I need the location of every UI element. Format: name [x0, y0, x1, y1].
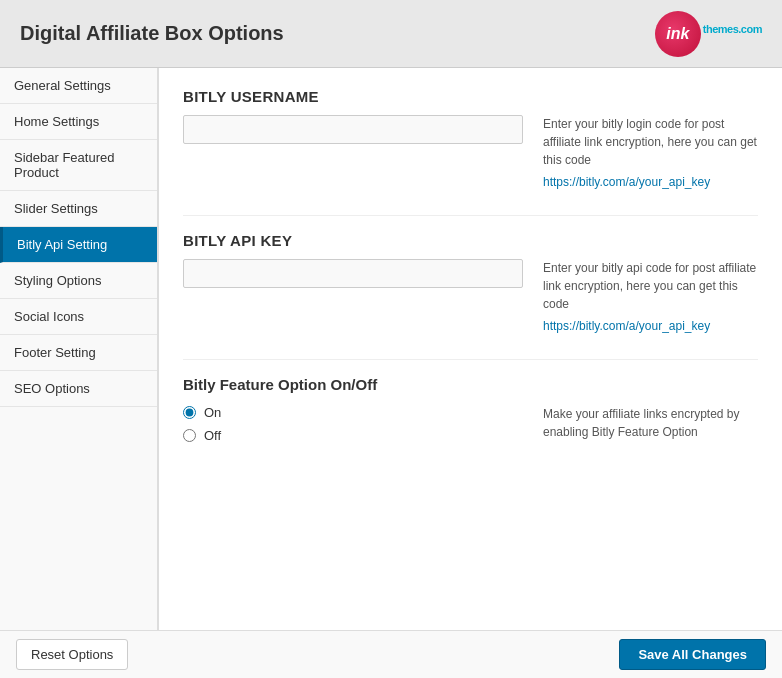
logo: ink themes.com — [655, 11, 762, 57]
bitly-api-key-link[interactable]: https://bitly.com/a/your_api_key — [543, 317, 758, 335]
bitly-api-key-desc: Enter your bitly api code for post affil… — [523, 259, 758, 335]
main-layout: General Settings Home Settings Sidebar F… — [0, 68, 782, 630]
sidebar-item-general-settings[interactable]: General Settings — [0, 68, 157, 104]
bitly-username-input-col — [183, 115, 523, 144]
logo-brand: themes — [703, 22, 739, 34]
bitly-username-desc-text: Enter your bitly login code for post aff… — [543, 117, 757, 167]
bitly-api-key-field-row: Enter your bitly api code for post affil… — [183, 259, 758, 335]
sidebar-item-social-icons[interactable]: Social Icons — [0, 299, 157, 335]
bitly-feature-off-label: Off — [204, 428, 221, 443]
bitly-username-field-row: Enter your bitly login code for post aff… — [183, 115, 758, 191]
bitly-feature-on-row: On — [183, 405, 523, 420]
sidebar-item-seo-options[interactable]: SEO Options — [0, 371, 157, 407]
page-title: Digital Affiliate Box Options — [20, 22, 284, 45]
bitly-username-input[interactable] — [183, 115, 523, 144]
footer: Reset Options Save All Changes — [0, 630, 782, 678]
content-area: BITLY USERNAME Enter your bitly login co… — [158, 68, 782, 630]
sidebar-item-styling-options[interactable]: Styling Options — [0, 263, 157, 299]
save-button[interactable]: Save All Changes — [619, 639, 766, 670]
sidebar-item-slider-settings[interactable]: Slider Settings — [0, 191, 157, 227]
logo-ink-text: ink — [666, 25, 689, 43]
bitly-feature-on-label: On — [204, 405, 221, 420]
bitly-api-key-title: BITLY API KEY — [183, 232, 758, 249]
bitly-feature-desc-text: Make your affiliate links encrypted by e… — [543, 407, 740, 439]
divider-1 — [183, 215, 758, 216]
logo-icon: ink — [655, 11, 701, 57]
sidebar: General Settings Home Settings Sidebar F… — [0, 68, 158, 630]
bitly-api-key-desc-text: Enter your bitly api code for post affil… — [543, 261, 756, 311]
bitly-api-key-input[interactable] — [183, 259, 523, 288]
reset-button[interactable]: Reset Options — [16, 639, 128, 670]
bitly-feature-off-row: Off — [183, 428, 523, 443]
bitly-feature-title: Bitly Feature Option On/Off — [183, 376, 758, 393]
divider-2 — [183, 359, 758, 360]
bitly-feature-desc: Make your affiliate links encrypted by e… — [523, 405, 758, 441]
bitly-feature-row: On Off Make your affiliate links encrypt… — [183, 405, 758, 451]
bitly-feature-on-radio[interactable] — [183, 406, 196, 419]
logo-suffix: .com — [738, 22, 762, 34]
bitly-feature-off-radio[interactable] — [183, 429, 196, 442]
sidebar-item-bitly-api-setting[interactable]: Bitly Api Setting — [0, 227, 157, 263]
logo-brand-text: themes.com — [703, 21, 762, 47]
bitly-username-link[interactable]: https://bitly.com/a/your_api_key — [543, 173, 758, 191]
sidebar-item-home-settings[interactable]: Home Settings — [0, 104, 157, 140]
sidebar-item-footer-setting[interactable]: Footer Setting — [0, 335, 157, 371]
bitly-feature-options: On Off — [183, 405, 523, 451]
header: Digital Affiliate Box Options ink themes… — [0, 0, 782, 68]
sidebar-item-sidebar-featured-product[interactable]: Sidebar Featured Product — [0, 140, 157, 191]
bitly-username-desc: Enter your bitly login code for post aff… — [523, 115, 758, 191]
bitly-username-title: BITLY USERNAME — [183, 88, 758, 105]
bitly-api-key-input-col — [183, 259, 523, 288]
